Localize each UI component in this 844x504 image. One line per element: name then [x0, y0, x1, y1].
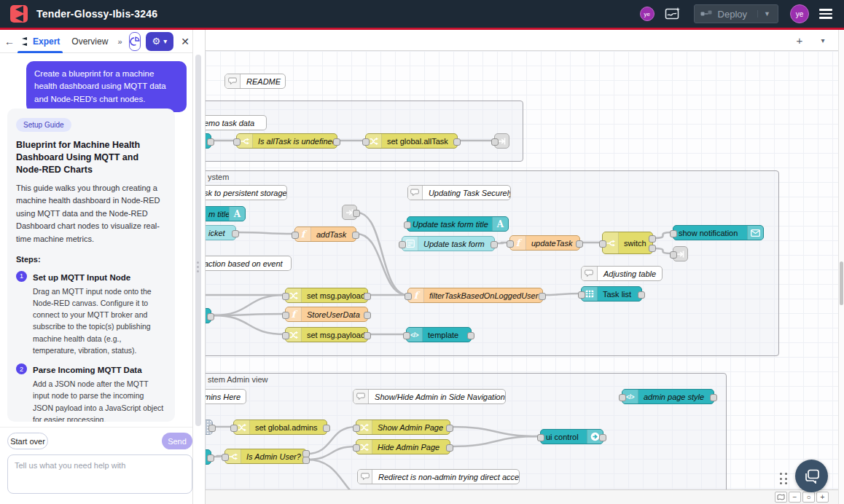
- node-ui-cut-3[interactable]: [205, 449, 211, 465]
- comment-show-hide-admin[interactable]: Show/Hide Admin in Side Navigation: [353, 389, 506, 404]
- flow-canvas[interactable]: ystemstem Admin viewREADMEemo task datas…: [205, 30, 838, 504]
- tab-expert[interactable]: Expert: [15, 30, 66, 53]
- output-port[interactable]: [453, 138, 461, 146]
- more-tabs-icon[interactable]: »: [114, 37, 125, 46]
- output-port[interactable]: [207, 313, 214, 320]
- deploy-caret-icon[interactable]: ▼: [757, 10, 772, 17]
- input-port[interactable]: [230, 425, 238, 432]
- output-port[interactable]: [599, 434, 606, 441]
- tab-overview[interactable]: Overview: [66, 30, 114, 53]
- node-ui-cut-2[interactable]: [205, 308, 211, 323]
- input-port[interactable]: [233, 138, 241, 146]
- input-port[interactable]: [599, 240, 606, 248]
- user-avatar[interactable]: ye: [790, 4, 809, 23]
- node-update-task-form-title[interactable]: Update task form titleA: [407, 216, 509, 232]
- output-port[interactable]: [364, 293, 371, 300]
- input-port[interactable]: [578, 291, 585, 299]
- output-port[interactable]: [710, 394, 717, 401]
- output-port[interactable]: [638, 291, 645, 299]
- node-link-out-1[interactable]: [494, 133, 509, 149]
- panel-resize-handle[interactable]: [197, 261, 200, 273]
- output-port[interactable]: [352, 232, 359, 239]
- main-menu-icon[interactable]: [819, 9, 832, 19]
- output-port[interactable]: [491, 241, 498, 248]
- output-port[interactable]: [208, 425, 216, 432]
- assistant-fab-drag-handle[interactable]: [780, 473, 790, 485]
- node-link-in-2[interactable]: [342, 205, 357, 220]
- node-is-admin-user[interactable]: Is Admin User?: [224, 449, 307, 464]
- output-port[interactable]: [446, 425, 453, 432]
- node-set-msg-payload-1[interactable]: set msg.payload: [285, 288, 368, 303]
- panel-scrollbar[interactable]: [193, 30, 205, 504]
- node-inject-cut[interactable]: [205, 420, 213, 435]
- output-port[interactable]: [323, 425, 330, 432]
- output-port[interactable]: [467, 332, 474, 339]
- node-template[interactable]: </>template: [406, 327, 472, 342]
- comment-persistent-storage[interactable]: sk to persistent storage: [205, 185, 287, 200]
- panel-scrollbar-thumb[interactable]: [195, 55, 201, 426]
- comment-updating-task-securely[interactable]: Updating Task Securely: [407, 185, 511, 200]
- input-port[interactable]: [404, 221, 411, 229]
- node-form-title[interactable]: m titleA: [205, 206, 246, 221]
- canvas-scrollbar-thumb[interactable]: [840, 261, 843, 305]
- input-port[interactable]: [282, 293, 289, 300]
- output-port[interactable]: [364, 312, 371, 319]
- node-show-notification[interactable]: show notification: [673, 225, 764, 240]
- close-panel-icon[interactable]: ✕: [181, 36, 189, 47]
- output-port[interactable]: [364, 332, 371, 339]
- input-port[interactable]: [362, 138, 370, 146]
- send-button[interactable]: Send: [162, 433, 192, 449]
- output-port[interactable]: [446, 444, 453, 452]
- add-flow-button[interactable]: +: [792, 34, 807, 48]
- node-hide-admin-page[interactable]: Hide Admin Page: [356, 439, 450, 454]
- node-addtask[interactable]: faddTask: [294, 227, 356, 242]
- output-port[interactable]: [539, 293, 546, 300]
- back-arrow-icon[interactable]: ←: [4, 36, 15, 47]
- input-port[interactable]: [222, 454, 229, 461]
- node-set-global-alltask[interactable]: set global.allTask: [365, 133, 458, 149]
- input-port[interactable]: [619, 394, 626, 401]
- input-port[interactable]: [282, 332, 289, 339]
- node-ui-cut-1[interactable]: [205, 133, 211, 149]
- input-port[interactable]: [282, 312, 289, 319]
- flowfuse-logo-icon[interactable]: [10, 5, 28, 23]
- node-switch[interactable]: switch: [602, 232, 653, 254]
- node-task-list[interactable]: Task list: [581, 286, 642, 302]
- input-port[interactable]: [537, 434, 544, 441]
- output-port[interactable]: [207, 138, 214, 146]
- output-port[interactable]: [649, 235, 656, 243]
- output-port[interactable]: [302, 457, 310, 464]
- comment-action-based-on-event[interactable]: action based on event: [205, 256, 292, 271]
- output-port[interactable]: [353, 210, 360, 217]
- chat-scroll-area[interactable]: Create a blueprint for a machine health …: [0, 53, 192, 427]
- output-port[interactable]: [232, 230, 239, 237]
- input-port[interactable]: [353, 444, 360, 452]
- canvas-vertical-scrollbar[interactable]: [838, 30, 844, 504]
- zoom-reset-button[interactable]: ○: [802, 492, 815, 503]
- chat-input[interactable]: [7, 454, 192, 494]
- deploy-button[interactable]: Deploy ▼: [694, 4, 778, 23]
- input-port[interactable]: [405, 293, 412, 300]
- input-port[interactable]: [670, 251, 677, 259]
- output-port[interactable]: [207, 454, 214, 462]
- zoom-out-button[interactable]: −: [789, 492, 801, 503]
- comment-redirect-non-admin[interactable]: Redirect is non-admin trying direct acce…: [357, 469, 520, 484]
- assistant-avatar[interactable]: ye: [640, 7, 655, 21]
- ai-flow-generator-icon[interactable]: [665, 7, 681, 21]
- input-port[interactable]: [491, 138, 499, 146]
- flow-list-button[interactable]: ▾: [816, 34, 830, 48]
- node-update-task-form[interactable]: Update task form: [402, 236, 495, 251]
- output-port[interactable]: [649, 245, 656, 252]
- pie-chart-button[interactable]: [129, 32, 141, 51]
- navigator-button[interactable]: [775, 492, 787, 503]
- zoom-in-button[interactable]: +: [816, 492, 829, 503]
- input-port[interactable]: [353, 425, 360, 432]
- comment-admins-here[interactable]: mins Here: [205, 389, 246, 404]
- comment-readme[interactable]: README: [224, 74, 286, 89]
- node-is-alltask-undefined[interactable]: Is allTask is undefined: [236, 133, 337, 149]
- input-port[interactable]: [507, 240, 514, 248]
- node-storeuserdata[interactable]: fStoreUserData: [285, 307, 368, 322]
- settings-dropdown-button[interactable]: ⚙▾: [146, 32, 174, 51]
- node-updatetask[interactable]: fupdateTask: [509, 235, 580, 251]
- chat-fab-button[interactable]: [795, 460, 828, 492]
